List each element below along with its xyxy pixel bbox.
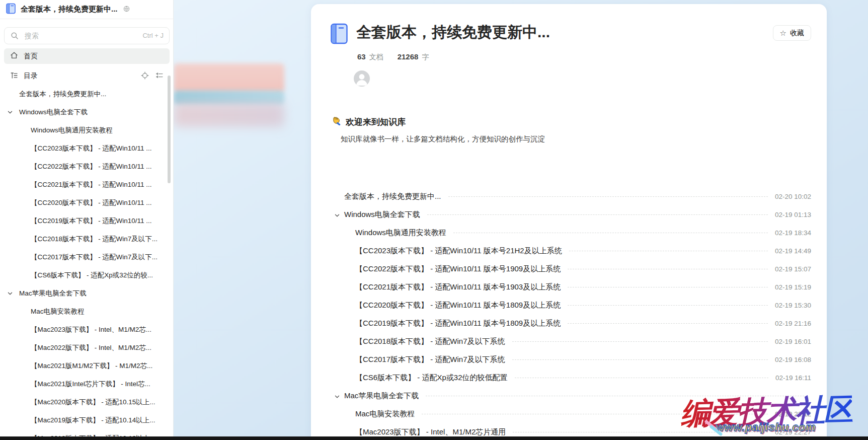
doc-row[interactable]: 【CC2018版本下载】 - 适配Win7及以下系统02-19 16:01 xyxy=(311,332,827,350)
locate-icon[interactable] xyxy=(141,71,149,81)
sidebar-tree-item[interactable]: 【CC2017版本下载】 - 适配Win7及以下... xyxy=(0,248,174,266)
word-count: 21268 xyxy=(398,52,419,61)
doc-row-label: 【CC2022版本下载】 - 适配Win10/11 版本号1909及以上系统 xyxy=(355,264,561,274)
sidebar-tree-item[interactable]: 【Mac2020版本下载】 - 适配10.15以上... xyxy=(0,393,174,411)
search-icon xyxy=(11,32,19,42)
doc-row-date: 02-19 01:13 xyxy=(775,211,811,218)
sidebar-tree-item[interactable]: 【CC2023版本下载】 - 适配Win10/11 ... xyxy=(0,139,174,158)
sidebar-tree-item[interactable]: 【Mac2022版下载】 - Intel、M1/M2芯... xyxy=(0,339,174,357)
sidebar-tree-item-label: Windows电脑通用安装教程 xyxy=(31,126,113,135)
chevron-down-icon[interactable] xyxy=(334,393,340,402)
sidebar-tree-item-label: 【CC2023版本下载】 - 适配Win10/11 ... xyxy=(31,144,152,153)
doc-row-label: Windows电脑全套下载 xyxy=(344,210,420,219)
sidebar-item-home[interactable]: 首页 xyxy=(4,48,170,64)
doc-row-label: 【CC2021版本下载】 - 适配Win10/11 版本号1903及以上系统 xyxy=(355,282,561,292)
dotted-leader xyxy=(426,396,804,396)
doc-list: 全套版本，持续免费更新中...02-20 10:02Windows电脑全套下载0… xyxy=(311,187,827,440)
sidebar-tree-item[interactable]: Mac电脑安装教程 xyxy=(0,303,174,321)
sidebar-tree-item[interactable]: 【Mac2023版下载】 - Intel、M1/M2芯... xyxy=(0,321,174,339)
chevron-down-icon[interactable] xyxy=(334,211,340,221)
sidebar-tree-item-label: 全套版本，持续免费更新中... xyxy=(19,90,106,99)
doc-row-date: 02-19 15:30 xyxy=(775,302,811,309)
background-artwork-pink xyxy=(174,63,284,93)
doc-row-label: Mac苹果电脑全套下载 xyxy=(344,391,419,401)
sidebar-tree-item-label: 【CC2018版本下载】 - 适配Win7及以下... xyxy=(31,235,157,244)
sidebar-tree-item[interactable]: 【Mac2021版Intel芯片下载】 - Intel芯... xyxy=(0,375,174,393)
sidebar-tree-item[interactable]: 【CC2022版本下载】 - 适配Win10/11 ... xyxy=(0,158,174,176)
sidebar-tree-item-label: Mac苹果电脑全套下载 xyxy=(19,289,87,298)
doc-row-label: 【CC2020版本下载】 - 适配Win10/11 版本号1809及以上系统 xyxy=(355,301,561,310)
doc-row-date: 02-19 14:49 xyxy=(775,247,811,255)
doc-row-date: 02-19 16:08 xyxy=(775,356,811,363)
sidebar-tree-item-label: 【Mac2021版Intel芯片下载】 - Intel芯... xyxy=(31,380,150,389)
welcome-heading: 欢迎来到知识库 xyxy=(346,116,406,128)
doc-stats: 63文档 21268字 xyxy=(357,52,429,62)
toc-label: 目录 xyxy=(24,71,38,81)
sidebar-tree-item[interactable]: 【CC2020版本下载】 - 适配Win10/11 ... xyxy=(0,194,174,212)
dotted-leader xyxy=(568,287,768,287)
dotted-leader xyxy=(515,378,768,378)
dotted-leader xyxy=(448,196,768,197)
welcome-subtitle: 知识库就像书一样，让多篇文档结构化，方便知识的创作与沉淀 xyxy=(341,134,545,144)
doc-row[interactable]: 【CC2022版本下载】 - 适配Win10/11 版本号1909及以上系统02… xyxy=(311,260,827,278)
sidebar-scrollbar[interactable] xyxy=(168,76,171,183)
sidebar-tree-item[interactable]: 【CC2018版本下载】 - 适配Win7及以下... xyxy=(0,230,174,248)
sidebar-tree-item[interactable]: 【CC2021版本下载】 - 适配Win10/11 ... xyxy=(0,176,174,194)
sidebar-tree-item-label: Windows电脑全套下载 xyxy=(19,108,88,117)
sidebar-tree-item[interactable]: 【CS6版本下载】 - 适配Xp或32位的较... xyxy=(0,266,174,284)
doc-row[interactable]: Windows电脑通用安装教程02-19 18:34 xyxy=(311,224,827,242)
doc-row[interactable]: 【CC2023版本下载】 - 适配Win10/11 版本号21H2及以上系统02… xyxy=(311,242,827,260)
book-icon-large xyxy=(331,23,348,46)
background-artwork-mauve xyxy=(174,103,284,127)
doc-row-label: Mac电脑安装教程 xyxy=(355,409,415,419)
doc-row-date: 02-19 22:12 xyxy=(775,410,811,418)
dotted-leader xyxy=(512,359,768,360)
doc-row-date: 02-19 15:19 xyxy=(775,283,811,291)
collapse-all-icon[interactable] xyxy=(155,71,164,81)
doc-count-label: 文档 xyxy=(369,53,383,62)
sidebar-tree-item-label: 【CC2019版本下载】 - 适配Win10/11 ... xyxy=(31,216,152,226)
word-count-label: 字 xyxy=(422,53,429,62)
doc-row-date: 02-19 22:27 xyxy=(775,428,811,436)
toc-icon xyxy=(10,71,18,81)
chevron-down-icon[interactable] xyxy=(7,290,13,298)
sidebar: 全套版本，持续免费更新中... Ctrl + J 首页 目录 全 xyxy=(0,0,174,440)
search-shortcut: Ctrl + J xyxy=(142,32,164,39)
sidebar-tree-item[interactable]: Windows电脑全套下载 xyxy=(0,103,174,121)
doc-row-label: 全套版本，持续免费更新中... xyxy=(344,192,441,201)
sidebar-tree-item[interactable]: 【Mac2021版M1/M2下载】 - M1/M2芯... xyxy=(0,357,174,375)
knowledge-base-header[interactable]: 全套版本，持续免费更新中... xyxy=(0,0,173,19)
chevron-down-icon[interactable] xyxy=(7,109,13,117)
doc-row-date: 02-20 10:02 xyxy=(775,193,811,200)
doc-row[interactable]: Mac苹果电脑全套下载 xyxy=(311,387,827,405)
doc-row[interactable]: 【CC2021版本下载】 - 适配Win10/11 版本号1903及以上系统02… xyxy=(311,278,827,296)
sidebar-tree-item[interactable]: Windows电脑通用安装教程 xyxy=(0,121,174,139)
main-content-card: 全套版本，持续免费更新中... 63文档 21268字 ☆ 收藏 欢迎来到知识库… xyxy=(311,4,827,440)
sidebar-tree-item-label: 【Mac2022版下载】 - Intel、M1/M2芯... xyxy=(31,343,151,352)
doc-row-date: 02-19 15:07 xyxy=(775,265,811,273)
doc-row[interactable]: 【CC2017版本下载】 - 适配Win7及以下系统02-19 16:08 xyxy=(311,350,827,369)
doc-row[interactable]: 【CS6版本下载】 - 适配Xp或32位的较低配置02-19 16:11 xyxy=(311,369,827,387)
home-icon xyxy=(10,51,18,61)
sidebar-tree-item[interactable]: Mac苹果电脑全套下载 xyxy=(0,284,174,303)
doc-row[interactable]: 【CC2020版本下载】 - 适配Win10/11 版本号1809及以上系统02… xyxy=(311,296,827,314)
sidebar-tree-item[interactable]: 【Mac2019版本下载】 - 适配10.14以上... xyxy=(0,411,174,429)
doc-row[interactable]: Windows电脑全套下载02-19 01:13 xyxy=(311,205,827,224)
waving-hand-emoji-icon xyxy=(331,115,341,127)
sidebar-tree-item-label: 【CC2022版本下载】 - 适配Win10/11 ... xyxy=(31,162,152,171)
avatar[interactable] xyxy=(354,70,370,87)
sidebar-tree-item-label: 【CC2021版本下载】 - 适配Win10/11 ... xyxy=(31,180,152,189)
public-globe-icon xyxy=(123,5,130,14)
doc-row[interactable]: 全套版本，持续免费更新中...02-20 10:02 xyxy=(311,187,827,205)
doc-row-label: 【CC2019版本下载】 - 适配Win10/11 版本号1809及以上系统 xyxy=(355,319,561,328)
doc-row-date: 02-19 16:01 xyxy=(775,338,811,345)
doc-row[interactable]: Mac电脑安装教程02-19 22:12 xyxy=(311,405,827,423)
sidebar-tree-item[interactable]: 【CC2019版本下载】 - 适配Win10/11 ... xyxy=(0,212,174,230)
sidebar-tree-item[interactable]: 全套版本，持续免费更新中... xyxy=(0,85,174,103)
doc-row[interactable]: 【CC2019版本下载】 - 适配Win10/11 版本号1809及以上系统02… xyxy=(311,314,827,332)
page-title: 全套版本，持续免费更新中... xyxy=(356,22,550,43)
sidebar-tree-item-label: 【CC2017版本下载】 - 适配Win7及以下... xyxy=(31,253,157,262)
favorite-button[interactable]: ☆ 收藏 xyxy=(773,25,811,41)
star-icon: ☆ xyxy=(780,29,786,37)
favorite-label: 收藏 xyxy=(790,29,804,38)
